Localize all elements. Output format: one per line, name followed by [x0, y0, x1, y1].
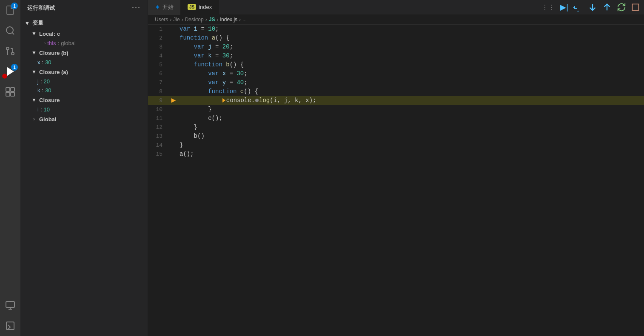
files-activity-icon[interactable]: 1	[0, 0, 20, 20]
closure-b-chevron: ▼	[31, 49, 37, 56]
line-num-10: 10	[148, 105, 169, 114]
grid-icon[interactable]: ⋮⋮	[541, 3, 556, 12]
closure-a-header[interactable]: ▼ Closure (a)	[20, 67, 148, 77]
code-line-1: 1 var i = 10;	[148, 25, 644, 34]
restart-button[interactable]	[616, 2, 627, 13]
line-num-5: 5	[148, 60, 169, 69]
code-line-11: 11 c();	[148, 114, 644, 123]
search-activity-icon[interactable]	[0, 20, 20, 41]
this-chevron: ›	[44, 41, 46, 46]
code-line-9: 9 ▶ console.log(i, j, k, x);	[148, 96, 644, 105]
svg-rect-9	[6, 92, 10, 96]
code-line-7: 7 var y = 40;	[148, 78, 644, 87]
debug-activity-icon[interactable]: 1	[0, 61, 20, 82]
global-header[interactable]: › Global	[20, 114, 148, 124]
pages-activity-icon[interactable]	[0, 295, 20, 316]
tab-start[interactable]: ✦ 开始	[148, 0, 181, 15]
local-c-header[interactable]: ▼ Local: c	[20, 28, 148, 39]
bc-desktop: Desktop	[185, 17, 204, 23]
var-k-colon: :	[42, 87, 44, 94]
svg-point-3	[6, 47, 9, 50]
sidebar-dots[interactable]: ···	[132, 3, 141, 12]
code-line-13: 13 b()	[148, 132, 644, 141]
line-content-14: }	[178, 141, 644, 150]
source-control-activity-icon[interactable]	[0, 41, 20, 61]
dot-icon	[255, 99, 259, 102]
line-content-2: function a() {	[178, 34, 644, 43]
variables-label: 变量	[32, 19, 43, 27]
line-num-15: 15	[148, 150, 169, 159]
bc-sep2: ›	[182, 17, 183, 23]
closure-a-chevron: ▼	[31, 68, 37, 75]
var-i-colon: :	[40, 106, 42, 113]
var-j-value: 20	[44, 78, 50, 85]
line-num-3: 3	[148, 43, 169, 51]
line-content-3: var j = 20;	[178, 43, 644, 51]
line-content-7: var y = 40;	[178, 78, 644, 87]
var-x-colon: :	[42, 59, 44, 65]
line-content-9: console.log(i, j, k, x);	[178, 96, 644, 105]
code-line-15: 15 a();	[148, 150, 644, 159]
bc-js: JS	[209, 17, 215, 23]
main-area: ✦ 开始 JS index ⋮⋮ ▶|	[148, 0, 644, 336]
files-badge: 1	[11, 3, 18, 9]
closure-b-header[interactable]: ▼ Closure (b)	[20, 48, 148, 58]
closure-b-x: x : 30	[20, 58, 148, 67]
continue-button[interactable]: ▶|	[559, 2, 569, 13]
closure-a-j: j : 20	[20, 77, 148, 86]
sidebar: 运行和调试 ··· ▼ 变量 ▼ Local: c › this : globa…	[20, 0, 148, 336]
vscode-icon: ✦	[155, 4, 160, 11]
step-into-button[interactable]	[587, 2, 598, 13]
tab-start-label: 开始	[162, 3, 174, 11]
line-num-9: 9	[148, 96, 169, 105]
sidebar-title: 运行和调试	[27, 4, 55, 12]
line-num-14: 14	[148, 141, 169, 150]
line-content-4: var k = 30;	[178, 51, 644, 60]
local-c-label: Local: c	[39, 31, 60, 37]
toolbar: ⋮⋮ ▶|	[537, 2, 644, 13]
code-line-12: 12 }	[148, 123, 644, 132]
line-num-4: 4	[148, 51, 169, 60]
svg-rect-14	[6, 322, 14, 330]
sidebar-header: 运行和调试 ···	[20, 0, 148, 16]
this-item[interactable]: › this : global	[20, 39, 148, 48]
global-label: Global	[39, 116, 56, 122]
local-c-chevron: ▼	[31, 30, 37, 37]
step-over-button[interactable]	[573, 2, 584, 13]
code-line-8: 8 function c() {	[148, 87, 644, 96]
code-line-14: 14 }	[148, 141, 644, 150]
line-num-6: 6	[148, 69, 169, 78]
stop-button[interactable]	[630, 2, 641, 12]
closure-b-label: Closure (b)	[39, 50, 68, 56]
tab-index-label: index	[199, 4, 212, 10]
js-badge: JS	[188, 4, 196, 10]
svg-rect-11	[6, 302, 14, 308]
tab-index[interactable]: JS index	[181, 0, 219, 15]
bc-users: Users	[155, 17, 168, 23]
line-content-6: var x = 30;	[178, 69, 644, 78]
svg-point-0	[6, 27, 13, 34]
var-k-key: k	[37, 87, 40, 94]
line-content-11: c();	[178, 114, 644, 123]
this-value: global	[61, 40, 76, 46]
var-j-colon: :	[40, 78, 42, 85]
line-content-8: function c() {	[178, 87, 644, 96]
code-line-2: 2 function a() {	[148, 34, 644, 43]
sidebar-content: ▼ 变量 ▼ Local: c › this : global ▼ Closur…	[20, 16, 148, 336]
extensions-activity-icon[interactable]	[0, 82, 20, 102]
gutter-9: ▶	[169, 96, 178, 105]
global-chevron: ›	[31, 116, 37, 122]
svg-rect-8	[11, 88, 14, 91]
variables-section-header[interactable]: ▼ 变量	[20, 17, 148, 28]
bc-ellipsis: ...	[242, 17, 247, 23]
line-content-13: b()	[178, 132, 644, 141]
var-i-value: 10	[44, 106, 50, 113]
step-out-button[interactable]	[601, 2, 613, 13]
line-num-12: 12	[148, 123, 169, 132]
bc-indexjs[interactable]: index.js	[220, 17, 237, 23]
code-editor[interactable]: 1 var i = 10; 2 function a() { 3 var j =…	[148, 25, 644, 336]
line-num-11: 11	[148, 114, 169, 123]
closure-header[interactable]: ▼ Closure	[20, 95, 148, 105]
terminal-activity-icon[interactable]	[0, 316, 20, 336]
line-content-10: }	[178, 105, 644, 114]
